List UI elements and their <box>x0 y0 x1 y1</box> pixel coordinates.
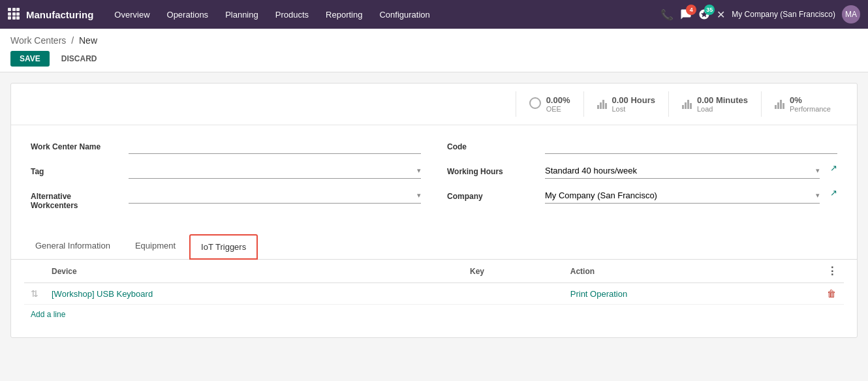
stats-bar: 0.00% OEE 0.00 Hours Lost <box>11 84 857 125</box>
nav-operations[interactable]: Operations <box>159 6 217 23</box>
stat-hours-lost[interactable]: 0.00 Hours Lost <box>583 91 668 117</box>
form-card: 0.00% OEE 0.00 Hours Lost <box>10 83 858 338</box>
company-display: My Company (San Francisco) <box>732 10 835 19</box>
breadcrumb-parent[interactable]: Work Centers <box>10 35 66 46</box>
nav-overview[interactable]: Overview <box>106 6 157 23</box>
tag-dropdown-arrow: ▾ <box>417 166 421 175</box>
alternative-workcenters-input[interactable] <box>129 188 414 203</box>
table-header-row: Device Key Action ⋮ <box>24 260 844 283</box>
oee-label: OEE <box>546 105 570 113</box>
stat-minutes-load[interactable]: 0.00 Minutes Load <box>668 91 761 117</box>
row-key-cell <box>463 283 564 305</box>
chat-badge-icon[interactable]: 4 <box>680 8 692 20</box>
performance-label: Performance <box>790 105 831 113</box>
breadcrumb-separator: / <box>71 35 74 46</box>
main-content: 0.00% OEE 0.00 Hours Lost <box>0 72 868 348</box>
label-company: Company <box>447 188 538 201</box>
form-body: Work Center Name Tag ▾ Alternative W <box>11 125 857 234</box>
form-row-main: Work Center Name Tag ▾ Alternative W <box>31 138 837 210</box>
tag-input[interactable] <box>129 163 414 178</box>
tab-iot-triggers[interactable]: IoT Triggers <box>189 234 258 260</box>
phone-icon[interactable]: 📞 <box>660 8 674 21</box>
minutes-load-icon <box>682 97 692 111</box>
delete-row-button[interactable]: 🗑 <box>827 288 836 299</box>
breadcrumb-area: Work Centers / New SAVE DISCARD <box>0 29 868 72</box>
oee-icon <box>529 97 541 111</box>
chat-count: 4 <box>686 5 696 15</box>
svg-rect-6 <box>8 16 11 20</box>
hours-lost-value: 0.00 Hours <box>612 95 655 105</box>
hours-lost-label: Lost <box>612 105 655 113</box>
work-center-name-input[interactable] <box>129 138 421 154</box>
stat-oee[interactable]: 0.00% OEE <box>516 91 583 117</box>
svg-rect-1 <box>12 8 16 11</box>
nav-configuration[interactable]: Configuration <box>371 6 437 23</box>
label-working-hours: Working Hours <box>447 163 538 176</box>
action-bar: SAVE DISCARD <box>10 51 858 72</box>
tag-select-wrap: ▾ <box>129 163 421 179</box>
nav-planning[interactable]: Planning <box>217 6 266 23</box>
minutes-load-value: 0.00 Minutes <box>697 95 748 105</box>
svg-rect-5 <box>16 12 20 16</box>
nav-products[interactable]: Products <box>268 6 317 23</box>
company-input[interactable] <box>545 188 813 203</box>
field-alternative-workcenters: Alternative Workcenters ▾ <box>31 188 421 210</box>
field-code: Code <box>447 138 837 154</box>
label-work-center-name: Work Center Name <box>31 138 122 151</box>
working-hours-ext-link[interactable]: ↗ <box>830 163 837 173</box>
oee-value: 0.00% <box>546 95 570 105</box>
breadcrumb-current: New <box>79 35 97 46</box>
table-row: ⇅ [Workshop] USB Keyboard Print Operatio… <box>24 283 844 305</box>
company-ext-link[interactable]: ↗ <box>830 188 837 198</box>
iot-triggers-table: Device Key Action ⋮ ⇅ [Worksh <box>24 260 844 305</box>
drag-handle-icon[interactable]: ⇅ <box>31 288 39 299</box>
alternative-workcenters-dropdown-arrow: ▾ <box>417 191 421 200</box>
svg-rect-2 <box>16 8 20 11</box>
input-wrap-name <box>129 138 421 154</box>
user-avatar[interactable]: MA <box>842 5 860 23</box>
form-left-column: Work Center Name Tag ▾ Alternative W <box>31 138 421 210</box>
th-key: Key <box>463 260 564 283</box>
more-options-icon[interactable]: ⋮ <box>827 266 837 277</box>
svg-rect-3 <box>8 12 11 16</box>
add-line-button[interactable]: Add a line <box>24 305 72 324</box>
field-working-hours: Working Hours ▾ ↗ <box>447 163 837 179</box>
top-navigation: Manufacturing Overview Operations Planni… <box>0 0 868 29</box>
row-delete-cell: 🗑 <box>820 283 844 305</box>
input-wrap-code <box>545 138 837 154</box>
discard-button[interactable]: DISCARD <box>55 51 104 67</box>
row-handle-cell: ⇅ <box>24 283 45 305</box>
th-more: ⋮ <box>820 260 844 283</box>
label-code: Code <box>447 138 538 151</box>
nav-reporting[interactable]: Reporting <box>318 6 370 23</box>
working-hours-input[interactable] <box>545 163 813 178</box>
svg-rect-0 <box>8 8 11 11</box>
tab-equipment[interactable]: Equipment <box>124 234 187 259</box>
th-handle <box>24 260 45 283</box>
tabs-bar: General Information Equipment IoT Trigge… <box>11 234 857 260</box>
activity-badge-icon[interactable]: 35 <box>698 8 710 20</box>
activity-count: 35 <box>704 5 715 15</box>
th-device: Device <box>45 260 463 283</box>
action-link[interactable]: Print Operation <box>570 289 627 299</box>
field-work-center-name: Work Center Name <box>31 138 421 154</box>
row-action-cell: Print Operation <box>564 283 820 305</box>
table-section: Device Key Action ⋮ ⇅ [Worksh <box>11 260 857 337</box>
stat-hours-lost-text: 0.00 Hours Lost <box>612 95 655 113</box>
stat-performance-text: 0% Performance <box>790 95 831 113</box>
label-alternative-workcenters: Alternative Workcenters <box>31 188 122 210</box>
th-action: Action <box>564 260 820 283</box>
code-input[interactable] <box>545 138 837 154</box>
app-grid-icon[interactable] <box>8 8 20 22</box>
alternative-workcenters-select-wrap: ▾ <box>129 188 421 204</box>
svg-rect-8 <box>16 16 20 20</box>
save-button[interactable]: SAVE <box>10 51 50 67</box>
svg-rect-4 <box>12 12 16 16</box>
stat-performance[interactable]: 0% Performance <box>761 91 844 117</box>
close-icon[interactable]: ✕ <box>717 8 725 21</box>
company-select-wrap: ▾ <box>545 188 820 204</box>
form-right-column: Code Working Hours ▾ ↗ C <box>447 138 837 210</box>
device-link[interactable]: [Workshop] USB Keyboard <box>52 289 153 299</box>
breadcrumb: Work Centers / New <box>10 35 858 46</box>
tab-general-information[interactable]: General Information <box>24 234 121 259</box>
